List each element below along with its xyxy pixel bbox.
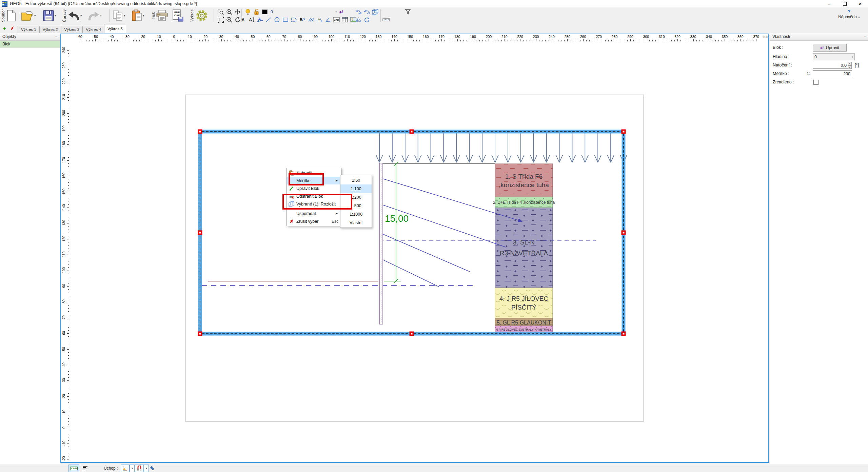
soil-layer-3[interactable] <box>495 208 553 288</box>
text-on-line-tool-button[interactable]: A <box>256 16 264 23</box>
help-dropdown-icon: ▾ <box>858 16 860 19</box>
mirror-checkbox[interactable] <box>813 80 818 85</box>
magnet-snap-button[interactable] <box>135 465 144 472</box>
open-dropdown-icon[interactable]: ▾ <box>34 14 36 17</box>
line-style-combobox[interactable]: ▾ <box>274 8 337 15</box>
cad-mode-button[interactable]: CAD <box>68 465 79 472</box>
paste-button[interactable]: ▾ <box>132 8 144 23</box>
save-dropdown-icon[interactable]: ▾ <box>55 14 56 17</box>
rotation-spinner[interactable]: ▲ ▼ <box>848 62 852 69</box>
polygon-icon <box>291 17 297 22</box>
submenu-item-1-50[interactable]: 1:50 <box>340 176 372 184</box>
objects-collapse-button[interactable]: − <box>55 34 57 39</box>
soil-label-1a: 1. S Třída F6 <box>505 173 543 180</box>
line-list-icon[interactable] <box>82 466 88 471</box>
layer-lock-button[interactable] <box>253 8 260 16</box>
menu-item-zrusit-vyber[interactable]: ✘ Zrušit výběr Esc <box>287 217 341 225</box>
zoom-fit-button[interactable] <box>217 16 224 23</box>
layer-visibility-button[interactable] <box>244 8 252 16</box>
layer-color-swatch[interactable] <box>261 8 269 16</box>
drawing-surface[interactable]: 1. S Třída F6 ,konzistence tuhá 2. D+E T… <box>61 34 768 462</box>
spin-up-icon[interactable]: ▲ <box>848 62 852 65</box>
text-tool-button[interactable]: A <box>239 16 247 23</box>
menu-item-usporadat[interactable]: Uspořádat ▶ <box>287 210 341 217</box>
dimension-tool-button[interactable]: 11 <box>316 16 323 23</box>
submenu-item-1-1000[interactable]: 1:1000 <box>340 210 372 218</box>
funnel-filter-icon <box>405 9 411 15</box>
tab-1[interactable]: Výkres 1 <box>18 26 40 33</box>
insert-cad-button[interactable]: CAD <box>333 16 340 23</box>
circle-tool-button[interactable] <box>273 16 281 23</box>
status-bar: CAD Úchop : ▾ ▾ <box>0 464 868 472</box>
rotate-icon <box>364 17 370 22</box>
edit-block-enter-button[interactable]: ↵ <box>338 8 346 16</box>
angle-dimension-tool-button[interactable] <box>324 16 332 23</box>
scale-input[interactable]: 200 <box>813 70 852 77</box>
soil-layer-1[interactable] <box>495 164 553 197</box>
minimize-button[interactable]: – <box>821 0 837 7</box>
close-button[interactable]: ✕ <box>852 0 868 7</box>
undo-button[interactable]: ▾ <box>68 8 82 23</box>
rotate-button[interactable] <box>363 16 371 23</box>
copy-format-button[interactable] <box>355 8 362 16</box>
drawing-canvas[interactable]: -60-50-40-30-20-100102030405060708090100… <box>60 34 769 463</box>
soil-profile-column[interactable]: 1. S Třída F6 ,konzistence tuhá 2. D+E T… <box>493 164 555 334</box>
help-button[interactable]: ? Nápověda ▾ <box>831 9 867 19</box>
snap-label: Úchop : <box>104 466 118 471</box>
new-drawing-button[interactable] <box>6 8 16 23</box>
text-edit-tool-button[interactable]: A <box>248 16 255 23</box>
open-file-button[interactable]: ▾ <box>21 8 36 23</box>
line-tool-button[interactable] <box>265 16 272 23</box>
spin-down-icon[interactable]: ▼ <box>848 65 852 69</box>
hatch-tool-button[interactable] <box>307 16 315 23</box>
angle-icon <box>325 17 331 22</box>
undo-dropdown-icon[interactable]: ▾ <box>80 14 82 17</box>
export-pdf-cad-button[interactable]: PDFCAD <box>172 8 184 23</box>
tab-4[interactable]: Výkres 4 <box>82 26 104 33</box>
retaining-wall[interactable] <box>379 163 383 324</box>
tab-2[interactable]: Výkres 2 <box>39 26 61 33</box>
layer-select[interactable]: 0 ▾ <box>813 53 855 60</box>
print-button[interactable] <box>156 8 168 23</box>
properties-panel-title: Vlastnosti <box>772 34 790 39</box>
rotation-input[interactable]: 0,0 <box>813 62 848 69</box>
copy-dropdown-icon[interactable]: ▾ <box>124 14 125 17</box>
rectangle-tool-button[interactable] <box>282 16 289 23</box>
explode-block-button[interactable] <box>372 8 379 16</box>
title-bar: GEO5 - Editor výkresů (64 bit) [C:\Users… <box>0 0 868 8</box>
tab-5[interactable]: Výkres 5 <box>104 24 126 33</box>
restore-button[interactable] <box>837 0 852 7</box>
menu-item-upravit-blok[interactable]: Upravit Blok <box>287 184 341 192</box>
magnet-dropdown-button[interactable]: ▾ <box>144 465 149 472</box>
soil-layer-4[interactable] <box>495 288 553 318</box>
mirror-button[interactable] <box>355 16 362 23</box>
zoom-out-button[interactable] <box>225 16 233 23</box>
bezier-tool-button[interactable]: B <box>299 16 306 23</box>
objects-list-item[interactable]: Blok <box>0 41 60 48</box>
paste-dropdown-icon[interactable]: ▾ <box>143 14 144 17</box>
add-sheet-button[interactable]: + <box>3 25 6 31</box>
settings-wrench-button[interactable] <box>149 465 155 472</box>
save-button[interactable]: ▾ <box>43 8 56 23</box>
redo-button[interactable]: ▾ <box>87 8 102 23</box>
submenu-item-vlastní[interactable]: Vlastní <box>340 218 372 227</box>
zoom-selection-button[interactable] <box>217 8 224 16</box>
copy-button[interactable]: ▾ <box>113 8 125 23</box>
zoom-in-button[interactable] <box>225 8 233 16</box>
tab-3[interactable]: Výkres 3 <box>61 26 83 33</box>
snap-mode-button[interactable] <box>121 465 130 472</box>
explode-box-icon <box>372 9 379 15</box>
edit-block-button[interactable]: ↵ Upravit <box>813 44 847 52</box>
submenu-item-1-100[interactable]: 1:100 <box>340 184 372 193</box>
settings-button[interactable] <box>195 8 208 23</box>
color-swatch-icon <box>262 9 268 14</box>
filter-button[interactable] <box>404 8 412 16</box>
snap-dropdown-button[interactable]: ▾ <box>130 465 135 472</box>
properties-collapse-button[interactable]: − <box>863 34 866 39</box>
polygon-tool-button[interactable] <box>290 16 298 23</box>
apply-format-button[interactable] <box>363 8 371 16</box>
remove-sheet-button[interactable]: ✗ <box>11 26 14 31</box>
insert-table-button[interactable] <box>341 16 349 23</box>
pan-button[interactable] <box>234 8 241 16</box>
measure-button[interactable] <box>382 16 390 23</box>
